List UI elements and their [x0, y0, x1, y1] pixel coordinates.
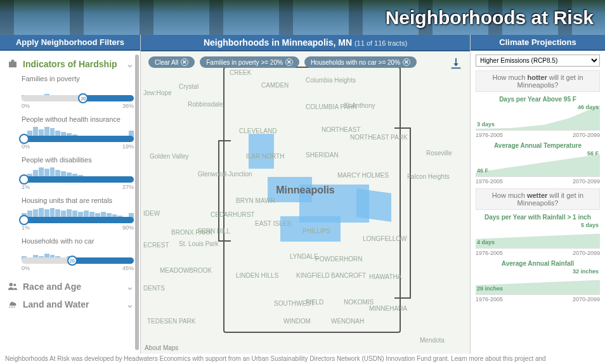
section-race-age[interactable]: Race and Age ⌄: [6, 278, 134, 296]
filters-header: Apply Neighborhood Filters: [0, 35, 140, 51]
city-label: Minneapolis: [276, 185, 334, 196]
chevron-down-icon: ⌄: [126, 299, 134, 309]
map-bg-label: Crystal: [179, 83, 198, 90]
range-slider[interactable]: [22, 176, 134, 183]
map-bg-label: Roseville: [426, 150, 452, 157]
section-hardship[interactable]: Indicators of Hardship ⌄: [6, 55, 134, 74]
filter-label: Families in poverty: [22, 75, 134, 82]
about-maps-link[interactable]: About Maps: [145, 344, 178, 351]
chart-end-value: 46 days: [578, 104, 599, 110]
chart-start-value: 4 days: [477, 239, 495, 245]
close-icon[interactable]: ✕: [181, 58, 188, 66]
people-icon: [6, 282, 19, 292]
chart-plot: 4 days 5 days: [476, 222, 600, 249]
download-icon: [448, 56, 464, 70]
chart-end-value: 56 F: [587, 150, 599, 157]
filter-1: People without health insurance 0%19%: [22, 115, 134, 150]
map-bg-label: IDEW: [143, 210, 160, 217]
map-bg-label: St. Louis Park: [179, 240, 218, 247]
filter-0: Families in poverty 20 0%36%: [22, 75, 134, 109]
map-bg-label: Falcon Heights: [407, 173, 450, 180]
projections-panel: Climate Projections Higher Emissions (RC…: [471, 35, 605, 354]
city-boundary: [394, 127, 411, 299]
tract-highlight[interactable]: [280, 216, 341, 242]
slider-thumb[interactable]: [19, 174, 29, 185]
chart-end-value: 32 inches: [573, 268, 599, 275]
filter-4: Households with no car 20 0%45%: [22, 237, 134, 271]
medical-bag-icon: [6, 58, 19, 70]
chip-filter-2[interactable]: Households with no car >= 20%✕: [304, 56, 417, 68]
map-canvas[interactable]: Clear All✕ Families in poverty >= 20%✕ H…: [141, 51, 470, 354]
chart-title: Days per Year with Rainfall > 1 inch: [476, 214, 600, 221]
slider-thumb[interactable]: 20: [67, 256, 77, 266]
range-slider[interactable]: [22, 217, 134, 223]
tract-highlight[interactable]: [356, 188, 391, 222]
scenario-select[interactable]: Higher Emissions (RCP8.5): [476, 55, 600, 67]
projections-header: Climate Projections: [471, 35, 605, 51]
city-boundary: [218, 140, 231, 242]
download-button[interactable]: [448, 56, 464, 72]
chart-start-value: 46 F: [477, 167, 488, 174]
slider-thumb[interactable]: [19, 215, 29, 225]
svg-point-1: [13, 283, 16, 286]
map-bg-label: Jew:Hope: [143, 89, 171, 96]
map-bg-label: DENTS: [143, 285, 165, 292]
rain-cloud-icon: [6, 299, 19, 309]
map-header: Neighborhoods in Minneapolis, MN (11 of …: [141, 35, 470, 51]
map-bg-label: TEDESEN PARK: [147, 318, 196, 325]
mini-chart-0: Days per Year Above 95 F 3 days 46 days …: [476, 96, 600, 138]
chart-plot: 46 F 56 F: [476, 150, 600, 177]
scrollbar[interactable]: [135, 55, 139, 350]
question-wetter: How much wetter will it get in Minneapol…: [476, 188, 600, 210]
chart-start-value: 3 days: [477, 121, 495, 127]
chart-title: Days per Year Above 95 F: [476, 96, 600, 103]
range-slider[interactable]: [22, 136, 134, 142]
map-bg-label: Mendota: [420, 337, 445, 344]
svg-point-0: [10, 283, 13, 286]
filter-chips: Clear All✕ Families in poverty >= 20%✕ H…: [148, 56, 417, 68]
filter-label: People without health insurance: [22, 115, 134, 123]
chart-plot: 29 inches 32 inches: [476, 268, 600, 295]
map-bg-label: Golden Valley: [150, 153, 189, 160]
hero-banner: Neighborhoods at Risk: [0, 0, 605, 35]
filter-label: Housing units that are rentals: [22, 197, 134, 204]
filters-panel: Apply Neighborhood Filters Indicators of…: [0, 35, 141, 354]
footer-text: Neighborhoods At Risk was developed by H…: [0, 354, 605, 364]
map-bg-label: Robbinsdale: [188, 101, 223, 108]
chip-filter-1[interactable]: Families in poverty >= 20%✕: [200, 56, 299, 68]
mini-chart-3: Average Annual Rainfall 29 inches 32 inc…: [476, 260, 600, 302]
chart-title: Average Annual Temperature: [476, 142, 600, 149]
chevron-down-icon: ⌄: [126, 282, 134, 292]
range-slider[interactable]: 20: [22, 257, 134, 264]
close-icon[interactable]: ✕: [285, 58, 293, 66]
filter-3: Housing units that are rentals 1%90%: [22, 197, 134, 231]
slider-thumb[interactable]: 20: [78, 93, 88, 103]
close-icon[interactable]: ✕: [403, 58, 410, 66]
map-bg-label: BRONX PARK: [171, 229, 212, 236]
app-title: Neighborhoods at Risk: [386, 7, 594, 29]
filter-label: People with disabilities: [22, 156, 134, 164]
tract-highlight[interactable]: [249, 134, 274, 169]
chart-start-value: 29 inches: [477, 285, 503, 292]
chevron-down-icon: ⌄: [126, 59, 134, 69]
map-panel: Neighborhoods in Minneapolis, MN (11 of …: [141, 35, 471, 354]
slider-thumb[interactable]: [19, 134, 29, 144]
map-bg-label: MEADOWBROOK: [160, 267, 212, 274]
section-land-water[interactable]: Land and Water ⌄: [6, 296, 134, 313]
chart-title: Average Annual Rainfall: [476, 260, 600, 267]
chart-plot: 3 days 46 days: [476, 104, 600, 131]
chart-end-value: 5 days: [581, 222, 599, 228]
mini-chart-1: Average Annual Temperature 46 F 56 F 197…: [476, 142, 600, 185]
filter-label: Households with no car: [22, 237, 134, 245]
filter-2: People with disabilities 1%27%: [22, 156, 134, 190]
chip-clear-all[interactable]: Clear All✕: [148, 56, 195, 68]
map-bg-label: ECREST: [143, 242, 169, 249]
mini-chart-2: Days per Year with Rainfall > 1 inch 4 d…: [476, 214, 600, 256]
question-hotter: How much hotter will it get in Minneapol…: [476, 70, 600, 92]
tract-count: (11 of 116 tracts): [355, 39, 407, 47]
range-slider[interactable]: 20: [22, 95, 134, 101]
